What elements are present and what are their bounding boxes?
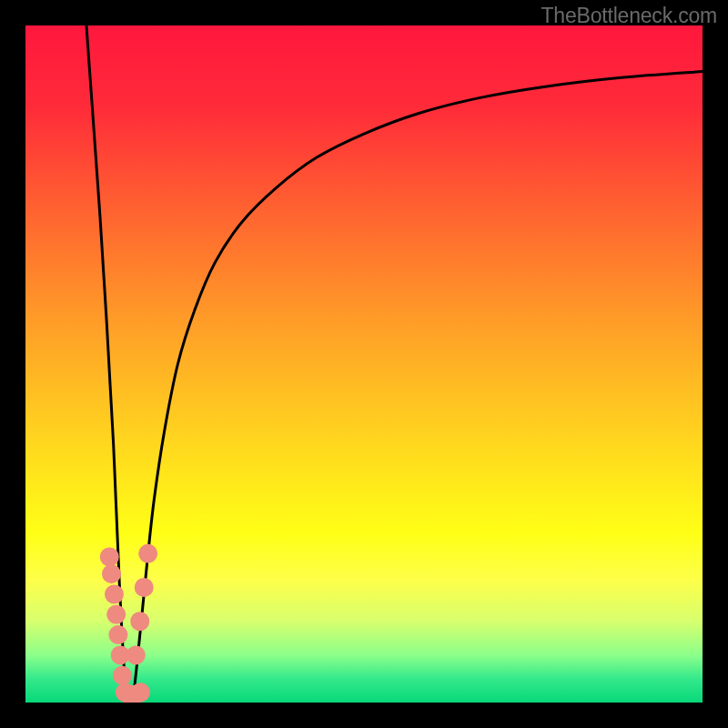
marker-dot: [131, 682, 150, 702]
chart-frame: TheBottleneck.com: [0, 0, 728, 728]
marker-dot: [113, 666, 132, 685]
marker-dot: [105, 584, 124, 603]
plot-area: [25, 25, 703, 703]
marker-dot: [108, 625, 127, 644]
curve-right: [133, 72, 703, 700]
marker-dot: [130, 612, 149, 631]
marker-dot: [126, 645, 146, 664]
watermark-text: TheBottleneck.com: [541, 4, 717, 28]
marker-dot: [135, 578, 154, 597]
marker-dot: [102, 564, 121, 583]
marker-dot: [100, 548, 119, 567]
marker-dot: [138, 544, 157, 563]
marker-group: [100, 544, 157, 703]
curves-layer: [25, 25, 703, 703]
marker-dot: [106, 605, 126, 624]
